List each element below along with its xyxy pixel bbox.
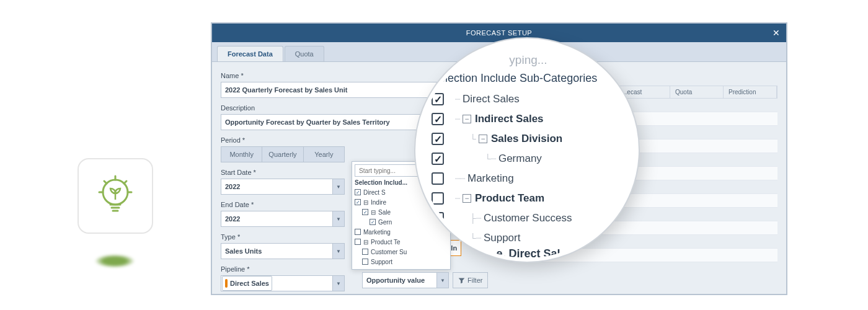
window-title: FORECAST SETUP bbox=[466, 29, 532, 37]
checkbox-icon[interactable] bbox=[432, 192, 444, 205]
pipeline-select[interactable]: Direct Sales bbox=[221, 275, 345, 291]
tree-item-marketing[interactable]: ┈┈ Marketing bbox=[432, 169, 625, 188]
filter-button[interactable]: Filter bbox=[453, 272, 488, 288]
end-date-select[interactable] bbox=[221, 211, 345, 227]
forecast-field-select[interactable] bbox=[362, 272, 449, 288]
name-label: Name * bbox=[221, 72, 345, 79]
type-label: Type * bbox=[221, 233, 345, 241]
checkbox-icon[interactable] bbox=[362, 209, 368, 215]
type-select[interactable] bbox=[221, 243, 345, 259]
collapse-icon[interactable]: − bbox=[463, 115, 471, 123]
tree-connector-icon: └ bbox=[470, 134, 476, 144]
collapse-icon[interactable]: − bbox=[479, 135, 487, 143]
tab-quota[interactable]: Quota bbox=[285, 46, 324, 61]
illustration-shadow bbox=[94, 254, 135, 268]
start-date-select[interactable] bbox=[221, 179, 345, 195]
magnifier-tree: ┈ Direct Sales ┈ − Indirect Sales └ − Sa… bbox=[432, 90, 625, 247]
pipeline-label: Pipeline * bbox=[221, 265, 345, 273]
end-date-label: End Date * bbox=[221, 201, 345, 208]
checkbox-icon[interactable] bbox=[432, 113, 444, 125]
filter-icon bbox=[458, 277, 465, 284]
tree-connector-icon: └┈ bbox=[470, 233, 481, 243]
illustration-card bbox=[78, 158, 153, 234]
description-label: Description bbox=[221, 104, 345, 112]
tree-item-customer-success[interactable]: ├┈ Customer Success bbox=[432, 209, 625, 228]
tree-item-indirect-sales[interactable]: ┈ − Indirect Sales bbox=[432, 110, 625, 128]
checkbox-icon[interactable] bbox=[355, 199, 361, 205]
table-col: Quota bbox=[670, 86, 724, 98]
tab-forecast-data[interactable]: Forecast Data bbox=[217, 46, 283, 61]
tree-connector-icon: ┈ bbox=[455, 114, 460, 124]
collapse-icon[interactable]: − bbox=[463, 194, 471, 203]
checkbox-icon[interactable] bbox=[362, 249, 368, 255]
chevron-down-icon[interactable]: ▼ bbox=[332, 211, 345, 227]
chevron-down-icon[interactable]: ▼ bbox=[436, 272, 449, 288]
period-quarterly[interactable]: Quarterly bbox=[262, 146, 303, 162]
tree-connector-icon: ├┈ bbox=[470, 213, 481, 223]
tree-item-germany[interactable]: └┈ Germany bbox=[432, 149, 625, 168]
checkbox-icon[interactable] bbox=[432, 93, 444, 105]
chevron-down-icon[interactable]: ▼ bbox=[332, 243, 345, 259]
lightbulb-plant-icon bbox=[93, 174, 138, 218]
chevron-down-icon[interactable]: ▼ bbox=[332, 275, 345, 291]
pipeline-chip-label: Direct Sales bbox=[230, 280, 269, 287]
table-col: Prediction bbox=[724, 86, 777, 98]
tree-item-sales-division[interactable]: └ − Sales Division bbox=[432, 130, 625, 148]
tree-connector-icon: ┈ bbox=[455, 193, 460, 203]
period-label: Period * bbox=[221, 136, 345, 144]
checkbox-icon[interactable] bbox=[432, 172, 444, 185]
checkbox-icon[interactable] bbox=[432, 133, 444, 145]
magnifier-overlay: yping... Selection Include Sub-Categorie… bbox=[415, 38, 639, 262]
chevron-down-icon[interactable]: ▼ bbox=[332, 179, 345, 195]
checkbox-icon[interactable] bbox=[362, 259, 368, 265]
tree-item-direct-sales[interactable]: ┈ Direct Sales bbox=[432, 90, 625, 108]
tree-connector-icon: ┈ bbox=[455, 94, 460, 104]
period-monthly[interactable]: Monthly bbox=[221, 146, 262, 162]
magnifier-title: Selection Include Sub-Categories bbox=[432, 72, 625, 85]
magnifier-search-placeholder: yping... bbox=[509, 53, 547, 67]
period-yearly[interactable]: Yearly bbox=[304, 146, 345, 162]
checkbox-icon[interactable] bbox=[370, 219, 376, 225]
checkbox-icon[interactable] bbox=[355, 229, 361, 235]
checkbox-icon[interactable] bbox=[355, 239, 361, 245]
tree-connector-icon: ┈┈ bbox=[455, 174, 465, 184]
checkbox-icon[interactable] bbox=[432, 153, 444, 165]
checkbox-icon[interactable] bbox=[355, 189, 361, 195]
tree-item-product-team[interactable]: ┈ − Product Team bbox=[432, 189, 625, 208]
close-icon[interactable]: ✕ bbox=[771, 28, 781, 38]
pipeline-color-dot bbox=[225, 279, 228, 288]
tree-connector-icon: └┈ bbox=[485, 154, 496, 164]
start-date-label: Start Date * bbox=[221, 169, 345, 176]
titlebar: FORECAST SETUP ✕ bbox=[212, 24, 786, 42]
